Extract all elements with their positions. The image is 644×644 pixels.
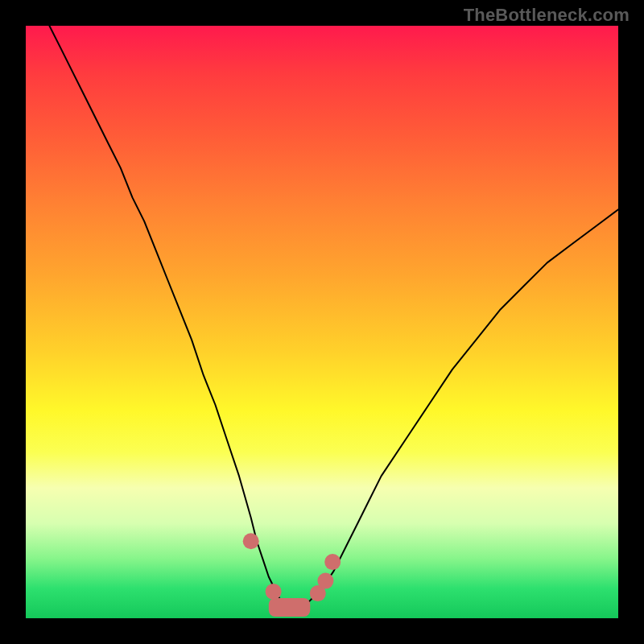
marker-dot — [317, 573, 333, 589]
bottom-marker-band — [269, 598, 311, 617]
marker-dot — [266, 584, 282, 600]
marker-dot — [324, 554, 341, 570]
chart-frame: TheBottleneck.com — [0, 0, 644, 644]
plot-area — [26, 26, 618, 618]
marker-dot — [310, 585, 326, 601]
bottleneck-curve-svg — [26, 26, 618, 618]
watermark-text: TheBottleneck.com — [464, 5, 630, 26]
marker-dot — [243, 533, 259, 549]
marker-dots — [243, 533, 341, 601]
bottleneck-curve-line — [49, 26, 618, 606]
